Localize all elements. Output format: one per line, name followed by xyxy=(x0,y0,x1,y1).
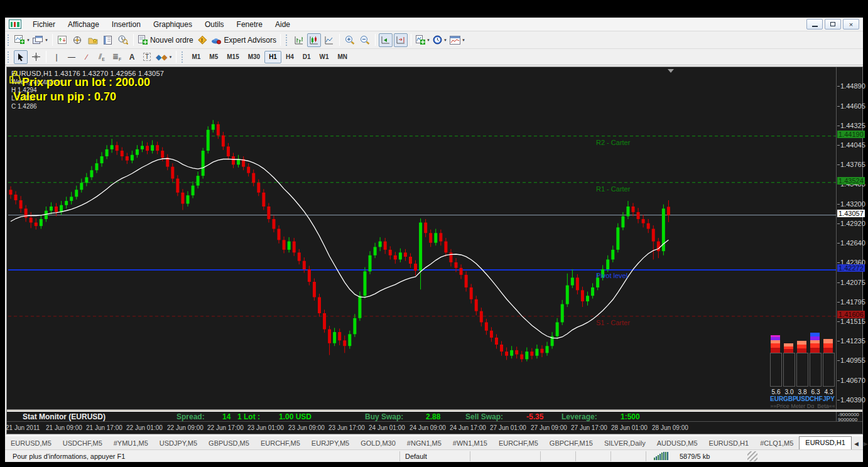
scale-label: 1.44605 xyxy=(840,102,865,110)
candlestick-chart-button[interactable] xyxy=(307,33,321,47)
price-meter-segment xyxy=(784,346,793,349)
chart-tab[interactable]: EURUSD,H1 xyxy=(703,437,755,449)
price-meter-currency: EUR xyxy=(770,395,782,402)
zoom-out-button[interactable] xyxy=(358,33,372,47)
label-tool-button[interactable]: T xyxy=(140,50,154,64)
price-meter-segment xyxy=(810,343,820,348)
stat-monitor-text: 2.88 xyxy=(426,412,440,421)
chart-tab[interactable]: GBPUSD,M5 xyxy=(203,437,255,449)
line-chart-button[interactable] xyxy=(322,33,336,47)
price-chart[interactable]: EURUSD,H1 1.43176 1.43270 1.42956 1.4305… xyxy=(8,68,836,408)
chart-tab[interactable]: GBPCHF,M15 xyxy=(544,437,599,449)
indicators-button[interactable]: ▼ xyxy=(415,33,431,47)
stat-monitor-text: Spread: xyxy=(176,412,205,421)
toolbar-grip xyxy=(182,51,184,63)
crosshair-tool-button[interactable] xyxy=(29,50,43,64)
channel-tool-button[interactable]: ⫽E xyxy=(95,50,109,64)
tab-scroll-left-icon[interactable]: ◀ xyxy=(854,441,859,447)
chart-tab[interactable]: #NGN1,M5 xyxy=(401,437,447,449)
scale-tick xyxy=(837,223,840,224)
price-meter-box xyxy=(783,353,795,387)
text-tool-button[interactable]: A xyxy=(125,50,139,64)
profiles-button[interactable]: ▼ xyxy=(32,33,49,47)
restore-button[interactable] xyxy=(825,19,841,30)
zoom-in-button[interactable] xyxy=(343,33,357,47)
navigator-button[interactable] xyxy=(86,33,100,47)
chart-tab[interactable]: EURJPY,M5 xyxy=(306,437,355,449)
chart-tab[interactable]: SILVER,Daily xyxy=(599,437,651,449)
menu-item-fichier[interactable]: Fichier xyxy=(26,18,62,31)
scale-label: 1.44045 xyxy=(840,141,865,149)
chart-tab[interactable]: GOLD,M30 xyxy=(355,437,401,449)
chart-tab[interactable]: #CLQ1,M5 xyxy=(754,437,799,449)
menu-item-graphiques[interactable]: Graphiques xyxy=(147,18,198,31)
timeframe-button-m30[interactable]: M30 xyxy=(244,51,264,63)
profile-cell[interactable]: Default xyxy=(399,451,470,461)
chart-tab[interactable]: EURUSD,M5 xyxy=(5,437,57,449)
timeframe-button-h4[interactable]: H4 xyxy=(281,51,298,63)
timeframe-button-mn[interactable]: MN xyxy=(334,51,352,63)
vertical-line-tool-button[interactable]: | xyxy=(50,50,63,64)
menu-item-insertion[interactable]: Insertion xyxy=(106,18,147,31)
minimize-button[interactable] xyxy=(806,19,823,30)
trendline-tool-button[interactable]: ∕ xyxy=(80,50,94,64)
price-meter-value: 3.0 xyxy=(783,389,795,395)
chart-tab[interactable]: #YMU1,M5 xyxy=(108,437,154,449)
auto-scroll-button[interactable] xyxy=(379,33,393,47)
tab-scroll-right-icon[interactable]: ▶ xyxy=(864,441,868,447)
chart-tab-active[interactable]: EURUSD,H1 xyxy=(799,436,852,449)
menu-item-outils[interactable]: Outils xyxy=(198,18,231,31)
menu-item-aide[interactable]: Aide xyxy=(269,18,296,31)
time-axis-label: 28 Jun 01:00 xyxy=(611,424,648,431)
chart-shift-marker-icon[interactable] xyxy=(668,69,674,73)
market-watch-button[interactable] xyxy=(56,33,70,47)
fibonacci-tool-button[interactable]: ≣F xyxy=(110,50,124,64)
chart-tab[interactable]: EURCHF,M5 xyxy=(493,437,544,449)
data-window-button[interactable] xyxy=(71,33,85,47)
shapes-tool-button[interactable]: ◆◆▼ xyxy=(155,50,173,64)
scale-tick xyxy=(837,204,840,205)
menu-item-affichage[interactable]: Affichage xyxy=(62,18,106,31)
bar-chart-button[interactable] xyxy=(292,33,306,47)
strategy-tester-button[interactable] xyxy=(116,33,130,47)
price-meter-box xyxy=(823,353,835,387)
timeframe-button-m1[interactable]: M1 xyxy=(187,51,205,63)
expert-advisors-button[interactable]: Expert Advisors xyxy=(210,33,277,47)
time-axis[interactable]: 21 Jun 201121 Jun 09:0021 Jun 17:0022 Ju… xyxy=(7,421,862,434)
dropdown-caret-icon: ▼ xyxy=(443,38,447,42)
chart-tab[interactable]: #WN1,M15 xyxy=(447,437,493,449)
price-badge: 1.41606 xyxy=(837,311,865,318)
level-label-r2: R2 - Carter xyxy=(596,139,630,146)
price-meter-value: 5.6 xyxy=(770,389,782,395)
timeframe-button-m15[interactable]: M15 xyxy=(222,51,243,63)
menu-item-fenetre[interactable]: Fenetre xyxy=(231,18,269,31)
chart-tab[interactable]: USDCHF,M5 xyxy=(57,437,108,449)
chart-shift-button[interactable] xyxy=(394,33,408,47)
price-meter-segment xyxy=(823,348,833,353)
close-button[interactable]: × xyxy=(843,19,859,30)
scale-tick xyxy=(837,380,840,381)
chart-tab[interactable]: AUDUSD,M5 xyxy=(651,437,703,449)
cursor-tool-button[interactable] xyxy=(14,50,28,64)
horizontal-line-tool-button[interactable]: — xyxy=(65,50,79,64)
scale-label: 1.40670 xyxy=(840,377,865,384)
resize-grip[interactable] xyxy=(747,451,757,461)
new-order-button[interactable]: Nouvel ordre xyxy=(137,33,194,47)
terminal-button[interactable] xyxy=(101,33,115,47)
new-chart-button[interactable]: ▼ xyxy=(14,33,31,47)
timeframe-button-w1[interactable]: W1 xyxy=(315,51,334,63)
price-meter-box xyxy=(770,353,782,387)
scale-tick xyxy=(837,86,840,87)
periods-button[interactable]: ▼ xyxy=(432,33,448,47)
metaeditor-button[interactable]: ! xyxy=(195,33,209,47)
chart-tab[interactable]: EURCHF,M5 xyxy=(255,437,306,449)
scale-tick xyxy=(837,400,840,400)
timeframe-button-m5[interactable]: M5 xyxy=(205,51,222,63)
price-meter-segment xyxy=(771,343,780,348)
stat-monitor-text: 14 xyxy=(222,412,231,421)
timeframe-button-d1[interactable]: D1 xyxy=(298,51,315,63)
price-scale[interactable]: 1.448901.446051.443251.440451.437651.434… xyxy=(837,67,862,421)
timeframe-button-h1[interactable]: H1 xyxy=(264,51,281,63)
templates-button[interactable]: ▼ xyxy=(449,33,466,47)
chart-tab[interactable]: USDJPY,M5 xyxy=(154,437,203,449)
